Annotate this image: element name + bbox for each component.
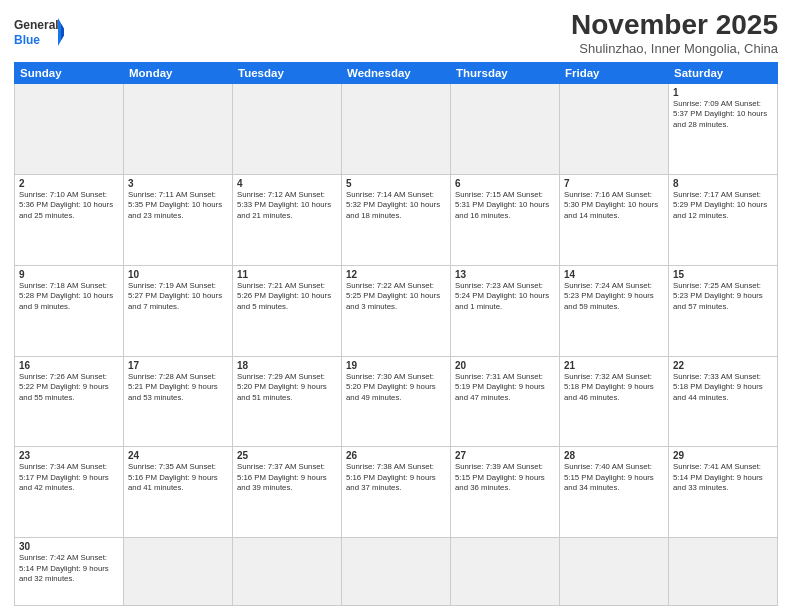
- page: General Blue November 2025 Shulinzhao, I…: [0, 0, 792, 612]
- calendar-cell: 8Sunrise: 7:17 AM Sunset: 5:29 PM Daylig…: [669, 174, 778, 265]
- day-number: 17: [128, 360, 228, 371]
- day-number: 30: [19, 541, 119, 552]
- day-info: Sunrise: 7:32 AM Sunset: 5:18 PM Dayligh…: [564, 372, 664, 404]
- calendar-cell: 29Sunrise: 7:41 AM Sunset: 5:14 PM Dayli…: [669, 447, 778, 538]
- calendar-cell: 15Sunrise: 7:25 AM Sunset: 5:23 PM Dayli…: [669, 265, 778, 356]
- header-saturday: Saturday: [669, 62, 778, 83]
- month-title: November 2025: [571, 10, 778, 41]
- calendar-cell: 1Sunrise: 7:09 AM Sunset: 5:37 PM Daylig…: [669, 83, 778, 174]
- day-number: 21: [564, 360, 664, 371]
- calendar-table: Sunday Monday Tuesday Wednesday Thursday…: [14, 62, 778, 606]
- calendar-cell: 19Sunrise: 7:30 AM Sunset: 5:20 PM Dayli…: [342, 356, 451, 447]
- day-number: 9: [19, 269, 119, 280]
- day-info: Sunrise: 7:24 AM Sunset: 5:23 PM Dayligh…: [564, 281, 664, 313]
- calendar-cell: 14Sunrise: 7:24 AM Sunset: 5:23 PM Dayli…: [560, 265, 669, 356]
- day-info: Sunrise: 7:19 AM Sunset: 5:27 PM Dayligh…: [128, 281, 228, 313]
- day-info: Sunrise: 7:26 AM Sunset: 5:22 PM Dayligh…: [19, 372, 119, 404]
- calendar-week-row: 1Sunrise: 7:09 AM Sunset: 5:37 PM Daylig…: [15, 83, 778, 174]
- calendar-cell: [342, 538, 451, 606]
- day-number: 11: [237, 269, 337, 280]
- weekday-header-row: Sunday Monday Tuesday Wednesday Thursday…: [15, 62, 778, 83]
- header-thursday: Thursday: [451, 62, 560, 83]
- day-info: Sunrise: 7:40 AM Sunset: 5:15 PM Dayligh…: [564, 462, 664, 494]
- day-info: Sunrise: 7:29 AM Sunset: 5:20 PM Dayligh…: [237, 372, 337, 404]
- header-tuesday: Tuesday: [233, 62, 342, 83]
- day-number: 26: [346, 450, 446, 461]
- calendar-cell: 28Sunrise: 7:40 AM Sunset: 5:15 PM Dayli…: [560, 447, 669, 538]
- header-friday: Friday: [560, 62, 669, 83]
- calendar-cell: 16Sunrise: 7:26 AM Sunset: 5:22 PM Dayli…: [15, 356, 124, 447]
- day-info: Sunrise: 7:21 AM Sunset: 5:26 PM Dayligh…: [237, 281, 337, 313]
- calendar-cell: [560, 538, 669, 606]
- day-info: Sunrise: 7:34 AM Sunset: 5:17 PM Dayligh…: [19, 462, 119, 494]
- header-sunday: Sunday: [15, 62, 124, 83]
- calendar-cell: 18Sunrise: 7:29 AM Sunset: 5:20 PM Dayli…: [233, 356, 342, 447]
- day-info: Sunrise: 7:42 AM Sunset: 5:14 PM Dayligh…: [19, 553, 119, 585]
- header-wednesday: Wednesday: [342, 62, 451, 83]
- calendar-cell: 11Sunrise: 7:21 AM Sunset: 5:26 PM Dayli…: [233, 265, 342, 356]
- calendar-cell: [233, 538, 342, 606]
- calendar-cell: [233, 83, 342, 174]
- svg-text:General: General: [14, 18, 59, 32]
- logo-icon: General Blue: [14, 14, 64, 50]
- day-number: 29: [673, 450, 773, 461]
- calendar-cell: 22Sunrise: 7:33 AM Sunset: 5:18 PM Dayli…: [669, 356, 778, 447]
- day-info: Sunrise: 7:22 AM Sunset: 5:25 PM Dayligh…: [346, 281, 446, 313]
- calendar-cell: 10Sunrise: 7:19 AM Sunset: 5:27 PM Dayli…: [124, 265, 233, 356]
- calendar-cell: 21Sunrise: 7:32 AM Sunset: 5:18 PM Dayli…: [560, 356, 669, 447]
- calendar-week-row: 30Sunrise: 7:42 AM Sunset: 5:14 PM Dayli…: [15, 538, 778, 606]
- calendar-cell: 20Sunrise: 7:31 AM Sunset: 5:19 PM Dayli…: [451, 356, 560, 447]
- day-number: 5: [346, 178, 446, 189]
- day-number: 7: [564, 178, 664, 189]
- calendar-cell: 5Sunrise: 7:14 AM Sunset: 5:32 PM Daylig…: [342, 174, 451, 265]
- day-info: Sunrise: 7:25 AM Sunset: 5:23 PM Dayligh…: [673, 281, 773, 313]
- day-number: 24: [128, 450, 228, 461]
- day-number: 18: [237, 360, 337, 371]
- day-number: 23: [19, 450, 119, 461]
- calendar-cell: 17Sunrise: 7:28 AM Sunset: 5:21 PM Dayli…: [124, 356, 233, 447]
- day-number: 22: [673, 360, 773, 371]
- calendar-cell: [15, 83, 124, 174]
- day-number: 1: [673, 87, 773, 98]
- day-number: 20: [455, 360, 555, 371]
- calendar-week-row: 16Sunrise: 7:26 AM Sunset: 5:22 PM Dayli…: [15, 356, 778, 447]
- calendar-cell: 13Sunrise: 7:23 AM Sunset: 5:24 PM Dayli…: [451, 265, 560, 356]
- day-info: Sunrise: 7:12 AM Sunset: 5:33 PM Dayligh…: [237, 190, 337, 222]
- calendar-cell: 24Sunrise: 7:35 AM Sunset: 5:16 PM Dayli…: [124, 447, 233, 538]
- day-number: 10: [128, 269, 228, 280]
- calendar-cell: 9Sunrise: 7:18 AM Sunset: 5:28 PM Daylig…: [15, 265, 124, 356]
- day-number: 2: [19, 178, 119, 189]
- calendar-cell: [669, 538, 778, 606]
- day-info: Sunrise: 7:17 AM Sunset: 5:29 PM Dayligh…: [673, 190, 773, 222]
- day-number: 3: [128, 178, 228, 189]
- day-info: Sunrise: 7:38 AM Sunset: 5:16 PM Dayligh…: [346, 462, 446, 494]
- day-info: Sunrise: 7:09 AM Sunset: 5:37 PM Dayligh…: [673, 99, 773, 131]
- day-info: Sunrise: 7:30 AM Sunset: 5:20 PM Dayligh…: [346, 372, 446, 404]
- calendar-cell: 25Sunrise: 7:37 AM Sunset: 5:16 PM Dayli…: [233, 447, 342, 538]
- calendar-cell: [124, 83, 233, 174]
- header: General Blue November 2025 Shulinzhao, I…: [14, 10, 778, 56]
- day-info: Sunrise: 7:23 AM Sunset: 5:24 PM Dayligh…: [455, 281, 555, 313]
- header-monday: Monday: [124, 62, 233, 83]
- calendar-cell: 23Sunrise: 7:34 AM Sunset: 5:17 PM Dayli…: [15, 447, 124, 538]
- day-info: Sunrise: 7:37 AM Sunset: 5:16 PM Dayligh…: [237, 462, 337, 494]
- day-number: 12: [346, 269, 446, 280]
- calendar-cell: 6Sunrise: 7:15 AM Sunset: 5:31 PM Daylig…: [451, 174, 560, 265]
- day-info: Sunrise: 7:41 AM Sunset: 5:14 PM Dayligh…: [673, 462, 773, 494]
- calendar-cell: 4Sunrise: 7:12 AM Sunset: 5:33 PM Daylig…: [233, 174, 342, 265]
- day-number: 25: [237, 450, 337, 461]
- calendar-cell: [451, 538, 560, 606]
- day-info: Sunrise: 7:16 AM Sunset: 5:30 PM Dayligh…: [564, 190, 664, 222]
- day-number: 14: [564, 269, 664, 280]
- day-number: 19: [346, 360, 446, 371]
- day-number: 4: [237, 178, 337, 189]
- calendar-cell: 30Sunrise: 7:42 AM Sunset: 5:14 PM Dayli…: [15, 538, 124, 606]
- calendar-cell: 3Sunrise: 7:11 AM Sunset: 5:35 PM Daylig…: [124, 174, 233, 265]
- calendar-week-row: 9Sunrise: 7:18 AM Sunset: 5:28 PM Daylig…: [15, 265, 778, 356]
- location: Shulinzhao, Inner Mongolia, China: [571, 41, 778, 56]
- day-info: Sunrise: 7:10 AM Sunset: 5:36 PM Dayligh…: [19, 190, 119, 222]
- day-number: 16: [19, 360, 119, 371]
- day-number: 27: [455, 450, 555, 461]
- calendar-cell: [451, 83, 560, 174]
- calendar-cell: [560, 83, 669, 174]
